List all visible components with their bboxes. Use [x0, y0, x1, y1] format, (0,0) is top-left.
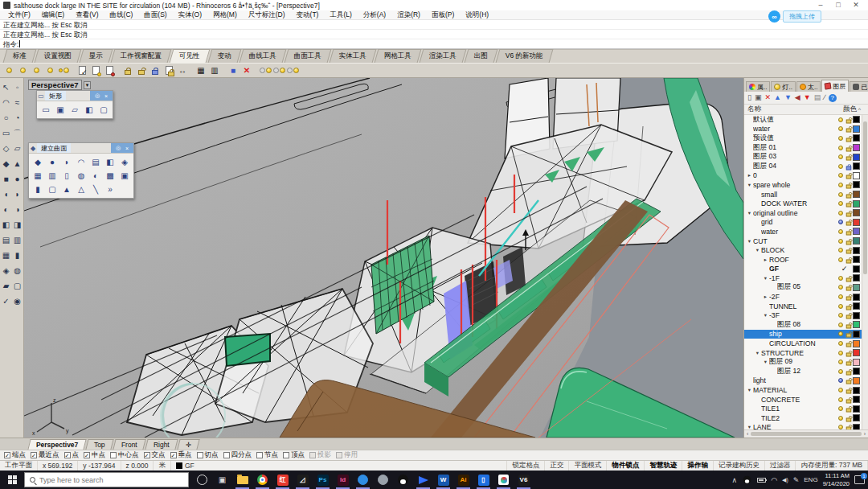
lock-icon[interactable] [121, 64, 134, 77]
checkbox[interactable] [336, 452, 342, 458]
layer-row-5[interactable]: 图层 04 [744, 162, 868, 171]
status-cell-7[interactable]: 正交 [545, 461, 569, 471]
layer-color-swatch[interactable] [853, 414, 860, 421]
layer-color-swatch[interactable] [853, 191, 860, 198]
layer-lock-toggle[interactable] [845, 199, 853, 208]
osnap-2[interactable]: ✓点 [64, 450, 80, 460]
layer-lock-toggle[interactable] [845, 134, 853, 142]
menu-item-2[interactable]: 查看(V) [70, 10, 104, 20]
viewport-tab-front[interactable]: Front [113, 439, 146, 450]
layer-row-31[interactable]: TILE1 [744, 404, 868, 413]
status-cell-6[interactable]: 锁定格点 [507, 461, 545, 471]
layer-color-swatch[interactable] [853, 284, 860, 291]
osnap-0[interactable]: ✓端点 [4, 450, 26, 460]
layer-lock-toggle[interactable] [845, 293, 853, 301]
battery-icon[interactable] [757, 478, 766, 483]
bulb-on-icon[interactable] [2, 64, 15, 77]
layer-tools-button[interactable]: ∕ [824, 94, 825, 101]
layer-color-swatch[interactable] [853, 172, 860, 179]
layer-visibility-toggle[interactable] [837, 239, 845, 244]
expand-open-icon[interactable]: ▾ [754, 247, 761, 253]
layer-row-22[interactable]: 图层 08 [744, 320, 868, 330]
cube-icon[interactable]: ■ [227, 64, 240, 77]
layer-visibility-toggle[interactable] [837, 416, 845, 421]
layer-lock-toggle[interactable] [845, 321, 853, 329]
layer-row-7[interactable]: ▾spare whole [744, 180, 868, 190]
layer-row-13[interactable]: ▾CUT [744, 236, 868, 246]
chrome-taskbar-icon[interactable] [252, 471, 272, 489]
expand-open-icon[interactable]: ▾ [762, 312, 769, 318]
ribbon-tab-9[interactable]: 网格工具 [374, 49, 421, 63]
polygon-tool[interactable]: ◇ [1, 141, 12, 156]
cylinder-left-tool[interactable]: ◖ [1, 187, 12, 202]
extrude-tool[interactable]: ◧ [1, 217, 12, 232]
layer-row-1[interactable]: water [744, 125, 868, 134]
vertical-scrollbar[interactable] [862, 115, 868, 429]
doc-bulb-icon[interactable] [89, 64, 102, 77]
layer-lock-toggle[interactable] [845, 228, 853, 236]
surface-tool-0-4[interactable]: ▤ [89, 156, 102, 168]
filter-button[interactable]: ▼ [804, 94, 811, 101]
command-prompt[interactable]: 指令: [0, 39, 868, 49]
grid-snap-tool[interactable]: ▤ [1, 232, 12, 248]
checkbox-checked[interactable]: ✓ [170, 452, 177, 458]
layer-color-swatch[interactable] [853, 377, 860, 384]
osnap-6[interactable]: ✓垂点 [170, 450, 192, 460]
checkbox[interactable] [110, 452, 117, 458]
layer-color-swatch[interactable] [853, 265, 860, 273]
polyline-tool[interactable]: ▱ [12, 141, 23, 156]
layer-lock-toggle[interactable] [845, 283, 853, 291]
surface-tool-1-5[interactable]: ▩ [104, 170, 117, 182]
layer-color-swatch[interactable] [853, 387, 860, 394]
color-column-header[interactable]: 颜色 [828, 105, 857, 114]
gear-icon[interactable]: ◎ [116, 145, 121, 151]
match-layer-button[interactable]: ▤ [814, 94, 821, 101]
ribbon-tab-5[interactable]: 变动 [207, 49, 241, 63]
check-tool[interactable]: ✓ [1, 294, 12, 309]
layer-lock-toggle[interactable] [845, 191, 853, 199]
layer-lock-toggle[interactable] [845, 116, 853, 124]
layer-visibility-toggle[interactable] [837, 146, 845, 150]
layer-color-swatch[interactable] [853, 237, 860, 244]
ellipse-tool[interactable]: ◔ [12, 110, 23, 125]
texture-tool[interactable]: ◍ [12, 263, 23, 278]
pen-icon[interactable]: ✎ [793, 476, 800, 484]
expand-open-icon[interactable]: ▾ [746, 210, 753, 216]
layer-lock-toggle[interactable] [845, 274, 853, 282]
layer-lock-toggle[interactable] [845, 349, 853, 357]
layer-row-26[interactable]: ▾图层 09 [744, 357, 868, 367]
hatch-tool[interactable]: ▥ [12, 232, 23, 248]
expand-open-icon[interactable]: ▾ [746, 424, 753, 429]
panel-tab-sun[interactable]: 太.. [796, 81, 821, 92]
menu-item-0[interactable]: 文件(F) [2, 10, 36, 20]
pipe-tool[interactable]: ▮ [12, 248, 23, 263]
ribbon-tab-7[interactable]: 曲面工具 [284, 49, 331, 63]
sphere-tool[interactable]: ● [12, 171, 23, 187]
new-sublayer-button[interactable]: ▣ [755, 94, 762, 101]
circle-tool[interactable]: ○ [1, 110, 12, 125]
minimize-button[interactable]: – [812, 0, 829, 10]
doc-check-icon[interactable]: ✓ [76, 64, 88, 77]
layer-visibility-toggle[interactable] [837, 136, 845, 141]
help-button[interactable]: ? [829, 94, 837, 102]
layer-lock-toggle[interactable] [845, 386, 853, 394]
rectangle-tool-3[interactable]: ◧ [83, 104, 96, 116]
layer-color-swatch[interactable] [853, 200, 860, 208]
menu-item-10[interactable]: 分析(A) [358, 10, 391, 20]
layer-lock-toggle[interactable] [845, 256, 853, 264]
gem-tool[interactable]: ◈ [1, 263, 12, 278]
surface-tool-2-5[interactable]: » [104, 183, 117, 195]
layer-color-swatch[interactable] [853, 368, 860, 375]
lanhu-taskbar-icon[interactable] [493, 471, 514, 489]
layer-row-30[interactable]: CONCRETE [744, 395, 868, 405]
status-cell-0[interactable]: 工作平面 [0, 461, 38, 471]
ribbon-tab-11[interactable]: 出图 [464, 49, 497, 63]
layer-color-swatch[interactable] [853, 359, 860, 366]
move-up-button[interactable]: ▲ [774, 94, 781, 101]
surface-tool-2-0[interactable]: ▮ [31, 183, 44, 195]
surface-tool-1-6[interactable]: ▣ [118, 170, 131, 182]
expand-open-icon[interactable]: ▾ [754, 350, 761, 356]
viewport-canvas[interactable]: z x y [24, 78, 743, 438]
checkbox[interactable] [256, 452, 263, 458]
layer-row-33[interactable]: ▾LANE [744, 423, 868, 429]
